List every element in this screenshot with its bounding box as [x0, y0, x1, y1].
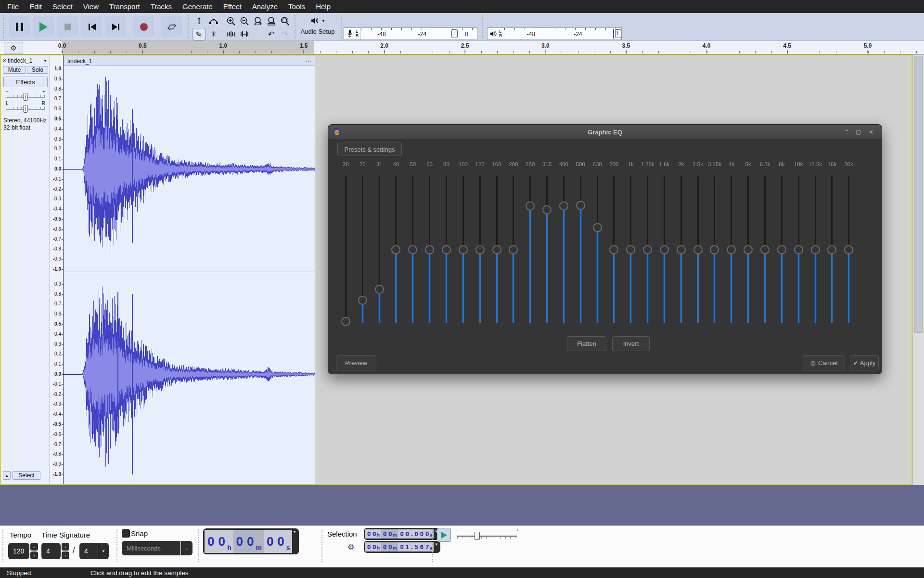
eq-slider-thumb[interactable]: [760, 245, 770, 254]
tempo-input[interactable]: 120: [8, 543, 29, 559]
vertical-scrollbar-thumb[interactable]: [914, 56, 923, 333]
eq-band-500[interactable]: [572, 172, 589, 329]
time-digit[interactable]: 1: [405, 543, 410, 551]
eq-band-6.3k[interactable]: [757, 172, 773, 329]
eq-slider-thumb[interactable]: [660, 245, 669, 254]
vertical-scrollbar[interactable]: [912, 54, 924, 485]
eq-band-5k[interactable]: [740, 172, 757, 329]
effects-button[interactable]: Effects: [3, 77, 48, 87]
waveform-canvas[interactable]: [64, 67, 315, 484]
toolbar-grip[interactable]: [321, 530, 323, 564]
fit-project-button[interactable]: [265, 15, 278, 27]
playback-speed-slider[interactable]: − +: [454, 528, 520, 541]
time-digit[interactable]: 0: [414, 530, 419, 538]
time-display[interactable]: 00h00m00s▼: [203, 528, 299, 554]
track-name[interactable]: tindeck_1: [8, 57, 43, 64]
silence-audio-button[interactable]: [238, 28, 251, 40]
eq-band-200[interactable]: [505, 172, 522, 329]
track-select-button[interactable]: Select: [13, 471, 40, 480]
audio-setup-button[interactable]: ▼ Audio Setup: [296, 14, 339, 39]
time-digit[interactable]: 0: [275, 534, 286, 549]
eq-band-40[interactable]: [388, 172, 405, 329]
time-digit[interactable]: 0: [366, 543, 372, 551]
spin-up-icon[interactable]: ▲: [30, 543, 38, 551]
time-segment[interactable]: 00h: [205, 530, 233, 553]
eq-band-3.15k[interactable]: [706, 172, 723, 329]
menu-select[interactable]: Select: [47, 0, 78, 13]
draw-tool-button[interactable]: ✎: [192, 28, 205, 40]
time-segment[interactable]: 00h: [365, 529, 381, 539]
spin-down-icon[interactable]: ▼: [30, 552, 38, 559]
record-volume-slider[interactable]: [451, 29, 458, 38]
time-segment[interactable]: 00h: [365, 542, 381, 552]
snap-mode-select[interactable]: Milliseconds: [122, 541, 180, 555]
solo-button[interactable]: Solo: [27, 66, 48, 74]
eq-band-25[interactable]: [354, 172, 371, 329]
eq-band-100[interactable]: [455, 172, 472, 329]
eq-slider-thumb[interactable]: [358, 296, 367, 305]
time-digit[interactable]: 0: [387, 543, 393, 551]
eq-slider-thumb[interactable]: [777, 245, 786, 254]
eq-slider-thumb[interactable]: [442, 245, 451, 254]
eq-slider-thumb[interactable]: [710, 245, 719, 254]
time-digit[interactable]: 0: [382, 530, 387, 538]
zoom-out-button[interactable]: [238, 15, 251, 27]
playback-volume-slider[interactable]: [615, 29, 621, 38]
time-segment[interactable]: 00s: [264, 530, 292, 553]
toolbar-grip[interactable]: [2, 15, 4, 38]
zoom-toggle-button[interactable]: [278, 15, 291, 27]
time-digit[interactable]: .: [410, 543, 414, 551]
menu-tools[interactable]: Tools: [283, 0, 310, 13]
eq-slider-thumb[interactable]: [459, 245, 468, 254]
eq-slider-thumb[interactable]: [375, 285, 384, 294]
eq-slider-thumb[interactable]: [509, 245, 518, 254]
pause-button[interactable]: [9, 16, 30, 37]
redo-button[interactable]: ↷: [278, 28, 291, 40]
eq-slider-thumb[interactable]: [526, 201, 535, 210]
stop-button[interactable]: [57, 16, 78, 37]
audio-clip[interactable]: tindeck_1 ⋯: [64, 56, 315, 484]
skip-to-end-button[interactable]: [105, 16, 126, 37]
eq-slider-thumb[interactable]: [408, 245, 417, 254]
time-digit[interactable]: 7: [424, 543, 430, 551]
preview-button[interactable]: Preview: [336, 355, 376, 370]
time-digit[interactable]: 0: [399, 543, 404, 551]
eq-slider-thumb[interactable]: [677, 245, 686, 254]
pan-slider-thumb[interactable]: [24, 105, 28, 113]
eq-slider-thumb[interactable]: [576, 201, 585, 210]
track-menu-chevron-icon[interactable]: ▼: [43, 59, 50, 63]
toolbar-grip[interactable]: [197, 530, 200, 564]
selection-settings-gear-icon[interactable]: ⚙: [347, 542, 354, 552]
close-track-icon[interactable]: ✕: [1, 58, 8, 64]
undo-button[interactable]: ↶: [265, 28, 278, 40]
flatten-button[interactable]: Flatten: [567, 336, 606, 351]
tempo-spinner[interactable]: ▲▼: [30, 543, 38, 559]
toolbar-grip[interactable]: [294, 15, 296, 38]
time-digit[interactable]: 0: [265, 534, 275, 549]
time-digit[interactable]: 0: [405, 530, 410, 538]
snap-mode-dropdown[interactable]: ⌄: [181, 541, 192, 555]
time-segment[interactable]: 00m: [381, 542, 398, 552]
time-digit[interactable]: 0: [424, 530, 430, 538]
toolbar-grip[interactable]: [481, 15, 484, 38]
eq-band-160[interactable]: [488, 172, 505, 329]
time-digit[interactable]: 0: [366, 530, 372, 538]
multi-tool-button[interactable]: ✳: [207, 28, 220, 40]
time-segment[interactable]: 01.567s: [398, 542, 434, 552]
eq-slider-thumb[interactable]: [492, 245, 501, 254]
time-digit[interactable]: 0: [234, 534, 245, 549]
eq-band-1k[interactable]: [622, 172, 639, 329]
skip-to-start-button[interactable]: [81, 16, 102, 37]
time-segment[interactable]: 00.000s: [398, 529, 434, 539]
selection-tool-button[interactable]: I: [192, 15, 205, 27]
gain-slider[interactable]: − +: [2, 89, 49, 99]
time-digit[interactable]: 0: [205, 534, 216, 549]
eq-slider-thumb[interactable]: [693, 245, 703, 254]
eq-band-20k[interactable]: [840, 172, 857, 329]
eq-band-50[interactable]: [404, 172, 421, 329]
menu-tracks[interactable]: Tracks: [145, 0, 177, 13]
eq-slider-thumb[interactable]: [609, 245, 618, 254]
eq-band-8k[interactable]: [773, 172, 790, 329]
eq-band-400[interactable]: [555, 172, 572, 329]
eq-slider-thumb[interactable]: [643, 245, 652, 254]
